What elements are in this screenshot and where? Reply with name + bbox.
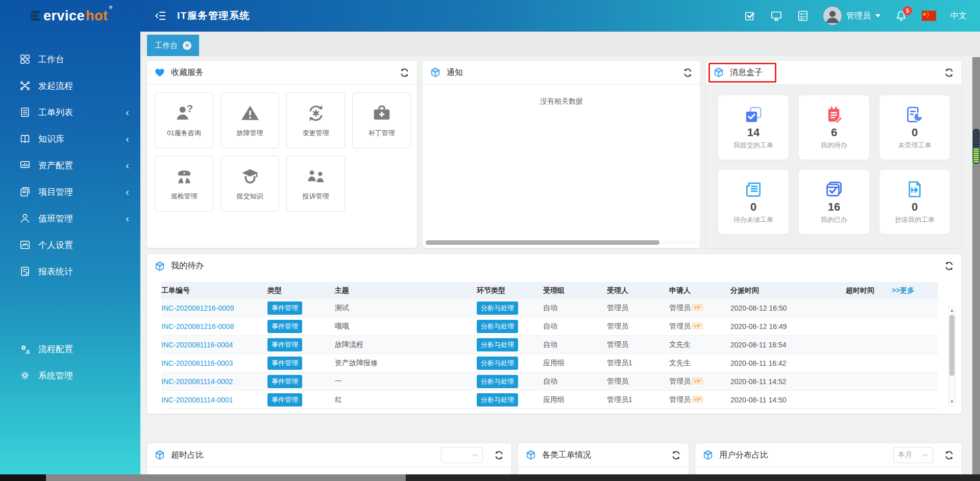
refresh-icon[interactable] bbox=[671, 450, 681, 461]
timeout-filter-select[interactable] bbox=[441, 447, 483, 463]
ticket-id-link[interactable]: INC-2020081116-0003 bbox=[161, 359, 267, 367]
accept-group: 自动 bbox=[543, 377, 607, 386]
step-badge: 分析与处理 bbox=[477, 375, 518, 388]
assign-time: 2020-08-11 16:54 bbox=[730, 341, 846, 349]
tab-close-icon[interactable]: ✕ bbox=[183, 41, 191, 50]
table-row: INC-2020081114-0002事件管理一分析与处理自动管理员管理员VIP… bbox=[161, 372, 938, 391]
card-count: 0 bbox=[912, 200, 918, 214]
sidebar-item-8[interactable]: 个人设置 bbox=[0, 232, 140, 258]
message-card[interactable]: 0抄送我的工单 bbox=[879, 170, 950, 234]
service-tile[interactable]: 补丁管理 bbox=[352, 92, 411, 148]
handler: 管理员 bbox=[607, 303, 669, 313]
china-flag-icon[interactable] bbox=[922, 11, 936, 21]
applicant: 管理员VIP bbox=[669, 322, 730, 331]
sidebar-item-2[interactable]: 发起流程 bbox=[0, 72, 140, 99]
sidebar-item-10[interactable]: 流程配置 bbox=[0, 336, 140, 362]
heart-icon bbox=[154, 67, 165, 78]
panel-title: 消息盒子 bbox=[730, 67, 763, 78]
user-menu[interactable]: 管理员 bbox=[823, 7, 880, 25]
chevron-left-icon: ‹ bbox=[126, 213, 129, 223]
page-scrollbar-thumb[interactable] bbox=[46, 474, 406, 481]
scroll-up-arrow-icon[interactable]: ▲ bbox=[949, 308, 955, 313]
flow-icon bbox=[19, 80, 31, 91]
card-count: 16 bbox=[828, 200, 840, 214]
monitor-icon[interactable] bbox=[770, 10, 782, 22]
refresh-icon[interactable] bbox=[944, 67, 954, 78]
more-link[interactable]: >>更多 bbox=[892, 286, 938, 295]
ticket-id-link[interactable]: INC-2020081114-0002 bbox=[161, 377, 267, 386]
scrollbar-thumb[interactable] bbox=[949, 315, 954, 376]
message-card[interactable]: 14我提交的工单 bbox=[718, 95, 789, 160]
service-tile-label: 变更管理 bbox=[303, 129, 329, 138]
service-tile[interactable]: ?01服务咨询 bbox=[155, 92, 213, 148]
step-badge: 分析与处理 bbox=[477, 320, 518, 333]
tab-workbench[interactable]: 工作台 ✕ bbox=[147, 35, 199, 56]
todo-list-icon[interactable] bbox=[797, 10, 809, 22]
applicant: 管理员VIP bbox=[669, 377, 730, 386]
refresh-icon[interactable] bbox=[944, 261, 954, 271]
service-tile-label: 巡检管理 bbox=[171, 192, 198, 201]
sidebar-item-6[interactable]: 项目管理‹ bbox=[0, 179, 140, 205]
notifications-button[interactable]: 5 bbox=[895, 10, 908, 22]
message-card[interactable]: 0未受理工单 bbox=[879, 95, 950, 160]
refresh-icon[interactable] bbox=[494, 450, 504, 461]
sidebar-item-11[interactable]: 系统管理 bbox=[0, 362, 140, 389]
language-switcher[interactable]: 中文 bbox=[950, 11, 967, 21]
refresh-icon[interactable] bbox=[944, 450, 954, 461]
sidebar-item-9[interactable]: 报表统计 bbox=[0, 258, 140, 285]
handler: 管理员 bbox=[607, 377, 669, 386]
step-badge: 分析与处理 bbox=[477, 393, 518, 407]
cube-icon bbox=[702, 449, 714, 461]
column-header: 超时时间 bbox=[846, 286, 892, 295]
column-header: 工单编号 bbox=[161, 286, 267, 295]
service-tile[interactable]: 巡检管理 bbox=[155, 156, 213, 212]
top-header: IT服务管理系统 管理员 5 中文 bbox=[140, 0, 980, 32]
column-header: 申请人 bbox=[669, 286, 730, 295]
ticket-id-link[interactable]: INC-2020081216-0008 bbox=[161, 322, 267, 331]
panel-title: 超时占比 bbox=[171, 450, 204, 461]
avatar bbox=[823, 7, 842, 25]
card-label: 我提交的工单 bbox=[733, 141, 773, 150]
service-tile[interactable]: 变更管理 bbox=[286, 92, 345, 148]
message-card[interactable]: 6我的待办 bbox=[799, 95, 869, 160]
accept-group: 自动 bbox=[543, 322, 607, 331]
assign-time: 2020-08-11 14:50 bbox=[730, 396, 846, 404]
grid-icon bbox=[19, 54, 31, 65]
ticket-id-link[interactable]: INC-2020081216-0009 bbox=[161, 304, 267, 312]
service-tile[interactable]: 投诉管理 bbox=[286, 156, 345, 212]
page-scrollbar-thumb[interactable] bbox=[973, 129, 979, 164]
scroll-down-arrow-icon[interactable]: ▼ bbox=[949, 399, 955, 404]
cube-icon bbox=[525, 449, 536, 461]
period-filter-select[interactable]: 本月 bbox=[893, 447, 933, 463]
sidebar-item-label: 流程配置 bbox=[38, 343, 129, 355]
vip-badge: VIP bbox=[692, 396, 703, 402]
sidebar-item-1[interactable]: 工作台 bbox=[0, 46, 140, 72]
table-row: INC-2020081216-0008事件管理哦哦分析与处理自动管理员管理员VI… bbox=[161, 317, 938, 336]
news-icon bbox=[744, 180, 763, 199]
ticket-id-link[interactable]: INC-2020081116-0004 bbox=[161, 341, 267, 349]
page-vertical-scrollbar[interactable] bbox=[972, 57, 980, 474]
sidebar-item-7[interactable]: 值班管理‹ bbox=[0, 205, 140, 232]
panel-user-distribution: 用户分布占比 本月 bbox=[695, 443, 962, 474]
scrollbar-thumb[interactable] bbox=[426, 240, 659, 245]
tasks-check-icon[interactable] bbox=[744, 10, 756, 22]
sidebar-item-5[interactable]: 资产配置‹ bbox=[0, 152, 140, 179]
refresh-icon[interactable] bbox=[399, 67, 410, 78]
vip-badge: VIP bbox=[692, 305, 703, 311]
message-card[interactable]: 0待办未读工单 bbox=[718, 170, 789, 234]
service-tile[interactable]: 故障管理 bbox=[220, 92, 279, 148]
logo-text-hot: hot bbox=[86, 8, 108, 24]
page-horizontal-scrollbar[interactable] bbox=[0, 474, 980, 481]
sidebar-item-4[interactable]: 知识库‹ bbox=[0, 125, 140, 152]
refresh-icon[interactable] bbox=[682, 67, 693, 78]
message-card[interactable]: 16我的已办 bbox=[799, 170, 869, 234]
folder-check-icon bbox=[744, 105, 763, 124]
scrollbar-corner bbox=[0, 474, 46, 481]
sidebar-item-label: 工作台 bbox=[38, 54, 129, 65]
ticket-id-link[interactable]: INC-2020081114-0001 bbox=[161, 396, 267, 404]
sidebar-collapse-icon[interactable] bbox=[154, 9, 167, 22]
patrol-icon bbox=[174, 166, 194, 187]
sidebar-item-3[interactable]: 工单列表‹ bbox=[0, 99, 140, 125]
service-tile[interactable]: 提交知识 bbox=[220, 156, 279, 212]
service-tile-label: 提交知识 bbox=[237, 192, 263, 201]
